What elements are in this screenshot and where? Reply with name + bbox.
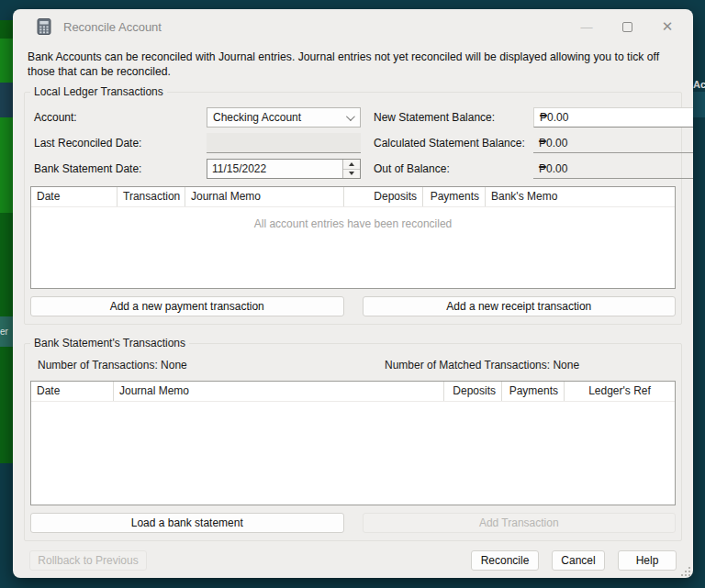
bank-statement-date-input[interactable]: 11/15/2022 (207, 159, 361, 179)
chevron-down-icon (346, 112, 355, 121)
column-header-journal-memo[interactable]: Journal Memo (185, 187, 344, 206)
maximize-icon (622, 22, 632, 32)
maximize-button[interactable] (614, 15, 640, 39)
ledger-transactions-table[interactable]: Date Transaction Journal Memo Deposits P… (30, 186, 676, 289)
background-text-fragment-left: er (0, 316, 13, 347)
column-header-banks-memo[interactable]: Bank's Memo (486, 187, 675, 206)
cancel-button[interactable]: Cancel (552, 550, 605, 571)
dialog-description: Bank Accounts can be reconciled with Jou… (28, 50, 678, 79)
bank-statement-group-title: Bank Statement's Transactions (30, 337, 189, 349)
bank-statement-stats: Number of Transactions: None Number of M… (38, 359, 674, 372)
reconcile-button[interactable]: Reconcile (471, 550, 539, 571)
new-statement-balance-input[interactable]: ₱0.00 (533, 107, 693, 128)
local-ledger-group-title: Local Ledger Transactions (30, 85, 167, 98)
sidebar-segment (0, 83, 13, 117)
help-button[interactable]: Help (618, 550, 677, 571)
spinner-up-button[interactable] (343, 160, 360, 170)
title-bar[interactable]: Reconcile Account — ✕ (13, 9, 693, 44)
calculated-statement-balance-label: Calculated Statement Balance: (372, 137, 533, 150)
sidebar-segment (0, 463, 13, 588)
add-payment-transaction-button[interactable]: Add a new payment transaction (30, 296, 344, 316)
window-title: Reconcile Account (63, 20, 162, 34)
close-button[interactable]: ✕ (655, 15, 680, 39)
sidebar-segment (0, 117, 13, 213)
column-header-payments[interactable]: Payments (423, 187, 486, 206)
column-header-ledgers-ref[interactable]: Ledger's Ref (565, 382, 675, 401)
bank-statement-date-value: 11/15/2022 (207, 160, 342, 178)
sidebar-segment (0, 213, 13, 316)
last-reconciled-date-label: Last Reconciled Date: (32, 137, 207, 150)
ledger-fields: Account: Checking Account New Statement … (32, 107, 674, 179)
minimize-button[interactable]: — (574, 15, 599, 39)
sidebar-segment (0, 39, 13, 83)
sidebar-segment (0, 20, 13, 39)
column-header-date[interactable]: Date (31, 382, 114, 401)
bank-statement-table[interactable]: Date Journal Memo Deposits Payments Ledg… (30, 381, 676, 505)
spinner-down-button[interactable] (343, 170, 360, 179)
background-text-fragment-right: Ac (693, 79, 705, 90)
local-ledger-groupbox: Local Ledger Transactions Account: Check… (24, 92, 682, 325)
background-band (692, 92, 705, 117)
bank-statement-table-header: Date Journal Memo Deposits Payments Ledg… (31, 382, 675, 402)
reconcile-account-dialog: Reconcile Account — ✕ Bank Accounts can … (13, 9, 693, 578)
calculated-statement-balance-field: ₱0.00 (533, 133, 693, 153)
rollback-to-previous-button: Rollback to Previous (29, 550, 147, 571)
bank-statement-groupbox: Bank Statement's Transactions Number of … (24, 343, 682, 541)
account-select-value: Checking Account (213, 111, 346, 124)
background-right-edge: Ac (692, 0, 705, 588)
sidebar-segment (0, 0, 13, 20)
load-bank-statement-button[interactable]: Load a bank statement (30, 513, 344, 533)
column-header-date[interactable]: Date (31, 187, 118, 206)
ledger-table-empty-message: All account entries have been reconciled (31, 217, 675, 230)
column-header-deposits[interactable]: Deposits (444, 382, 502, 401)
add-transaction-button: Add Transaction (363, 513, 677, 533)
sidebar-segment (0, 347, 13, 463)
close-icon: ✕ (662, 18, 674, 35)
date-spinner (342, 160, 360, 178)
ledger-table-header: Date Transaction Journal Memo Deposits P… (31, 187, 675, 207)
out-of-balance-label: Out of Balance: (372, 162, 533, 175)
calculator-icon (35, 17, 53, 36)
account-select[interactable]: Checking Account (207, 107, 361, 128)
dialog-footer: Rollback to Previous Reconcile Cancel He… (22, 541, 684, 571)
last-reconciled-date-field (207, 133, 361, 153)
column-header-deposits[interactable]: Deposits (344, 187, 423, 206)
column-header-journal-memo[interactable]: Journal Memo (114, 382, 444, 401)
number-of-transactions: Number of Transactions: None (38, 359, 385, 372)
column-header-payments[interactable]: Payments (502, 382, 565, 401)
new-statement-balance-label: New Statement Balance: (372, 111, 533, 124)
new-statement-balance-value: ₱0.00 (540, 111, 568, 124)
number-of-matched-transactions: Number of Matched Transactions: None (385, 359, 579, 372)
column-header-transaction[interactable]: Transaction (118, 187, 185, 206)
out-of-balance-field: ₱0.00 (533, 159, 693, 179)
account-label: Account: (32, 111, 207, 124)
background-left-sidebar: er (0, 0, 13, 588)
bank-statement-date-label: Bank Statement Date: (32, 162, 207, 175)
calculated-statement-balance-value: ₱0.00 (539, 137, 567, 150)
resize-grip[interactable] (685, 571, 687, 572)
out-of-balance-value: ₱0.00 (539, 162, 567, 175)
minimize-icon: — (581, 20, 593, 34)
add-receipt-transaction-button[interactable]: Add a new receipt transaction (363, 296, 677, 316)
